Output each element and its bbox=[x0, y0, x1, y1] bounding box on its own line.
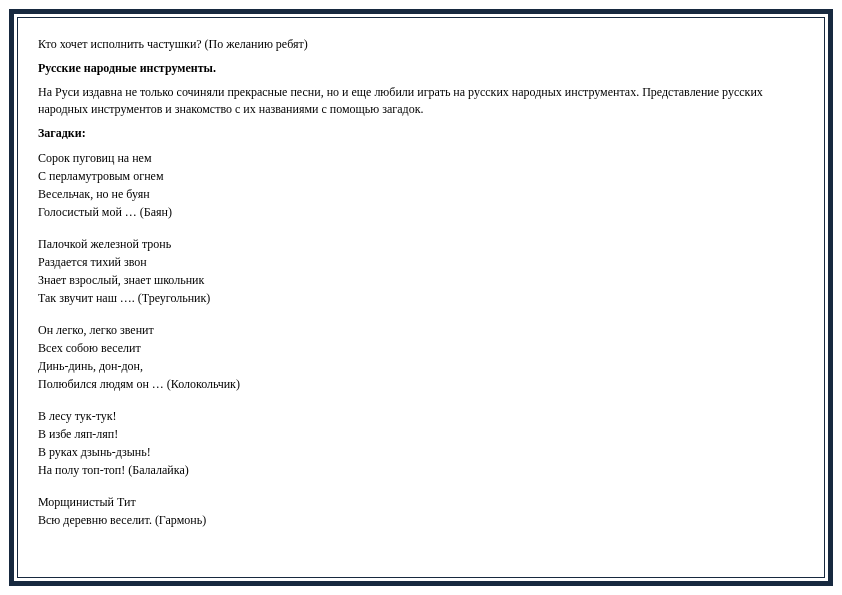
riddle-line: Знает взрослый, знает школьник bbox=[38, 271, 804, 289]
riddle-block: Сорок пуговиц на немС перламутровым огне… bbox=[38, 149, 804, 221]
riddle-line: С перламутровым огнем bbox=[38, 167, 804, 185]
riddles-container: Сорок пуговиц на немС перламутровым огне… bbox=[38, 149, 804, 529]
riddle-line: Палочкой железной тронь bbox=[38, 235, 804, 253]
riddle-line: Всю деревню веселит. (Гармонь) bbox=[38, 511, 804, 529]
riddle-line: В избе ляп-ляп! bbox=[38, 425, 804, 443]
heading-riddles: Загадки: bbox=[38, 125, 804, 141]
riddle-line: Голосистый мой … (Баян) bbox=[38, 203, 804, 221]
inner-frame: Кто хочет исполнить частушки? (По желани… bbox=[17, 17, 825, 578]
outer-frame: Кто хочет исполнить частушки? (По желани… bbox=[9, 9, 833, 586]
riddle-line: Полюбился людям он … (Колокольчик) bbox=[38, 375, 804, 393]
riddle-line: Так звучит наш …. (Треугольник) bbox=[38, 289, 804, 307]
riddle-block: Палочкой железной троньРаздается тихий з… bbox=[38, 235, 804, 307]
riddle-block: В лесу тук-тук!В избе ляп-ляп!В руках дз… bbox=[38, 407, 804, 479]
riddle-line: Весельчак, но не буян bbox=[38, 185, 804, 203]
riddle-line: На полу топ-топ! (Балалайка) bbox=[38, 461, 804, 479]
riddle-line: В лесу тук-тук! bbox=[38, 407, 804, 425]
riddle-line: Раздается тихий звон bbox=[38, 253, 804, 271]
intro-question: Кто хочет исполнить частушки? (По желани… bbox=[38, 36, 804, 52]
riddle-line: Динь-динь, дон-дон, bbox=[38, 357, 804, 375]
riddle-line: Он легко, легко звенит bbox=[38, 321, 804, 339]
body-paragraph: На Руси издавна не только сочиняли прекр… bbox=[38, 84, 804, 116]
riddle-line: Всех собою веселит bbox=[38, 339, 804, 357]
riddle-block: Морщинистый ТитВсю деревню веселит. (Гар… bbox=[38, 493, 804, 529]
heading-instruments: Русские народные инструменты. bbox=[38, 60, 804, 76]
riddle-block: Он легко, легко звенитВсех собою веселит… bbox=[38, 321, 804, 393]
riddle-line: Морщинистый Тит bbox=[38, 493, 804, 511]
riddle-line: В руках дзынь-дзынь! bbox=[38, 443, 804, 461]
riddle-line: Сорок пуговиц на нем bbox=[38, 149, 804, 167]
